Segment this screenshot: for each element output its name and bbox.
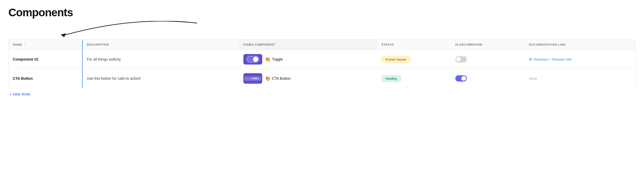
row1-doclink: ⚙ Releases / Release #69 — [525, 50, 635, 69]
row2-figma-name: 🎨 CTA Button — [265, 76, 291, 81]
release-link[interactable]: Release #69 — [552, 57, 571, 61]
label-text: LABEL — [251, 77, 259, 80]
row1-figma-cell: 🎨 Toggle — [239, 50, 377, 69]
row2-name: CTA Button — [9, 69, 82, 88]
col-header-name[interactable]: NAME ↓ — [9, 40, 82, 50]
sort-icon: ↓ — [24, 43, 26, 46]
row2-doclink: None — [525, 69, 635, 88]
row2-description: Use this button for calls-to action! — [82, 69, 239, 88]
documented-toggle-row1[interactable] — [455, 56, 467, 62]
documented-toggle-row2[interactable] — [455, 75, 467, 82]
doc-link-none: None — [529, 77, 537, 81]
row1-name: Component #2 — [9, 50, 82, 69]
add-row-button[interactable]: + ADD ROW — [8, 88, 31, 100]
row1-description: For all things switchy — [82, 50, 239, 69]
row2-figma-cell: 🚀 LABEL 🎨 CTA Button — [239, 69, 377, 88]
components-table: NAME ↓ DESCRIPTION FIGMA COMPONENT STATU… — [8, 39, 636, 88]
row2-figma-preview: 🚀 LABEL — [243, 73, 262, 84]
releases-link[interactable]: Releases — [534, 57, 548, 61]
releases-icon: ⚙ — [529, 57, 532, 61]
row2-documented[interactable] — [451, 69, 525, 88]
arrow-annotation — [8, 21, 636, 39]
col-header-doclink: DOCUMENTATION LINK — [525, 40, 635, 50]
col-header-status: STATUS — [377, 40, 451, 50]
page-title: Components — [8, 6, 636, 19]
row1-status: Known issues — [377, 50, 451, 69]
figma-logo-icon: 🎨 — [265, 57, 271, 62]
row1-figma-preview — [243, 54, 262, 65]
rocket-icon: 🚀 — [246, 77, 249, 80]
row1-figma-name: 🎨 Toggle — [265, 57, 283, 62]
col-header-figma: FIGMA COMPONENT — [239, 40, 377, 50]
col-header-documented: IS DOCUMENTED — [451, 40, 525, 50]
toggle-preview-switch — [247, 56, 259, 63]
row1-documented[interactable] — [451, 50, 525, 69]
col-header-description: DESCRIPTION — [82, 40, 239, 50]
status-badge-known-issues: Known issues — [382, 56, 410, 63]
table-row: Component #2 For all things switchy 🎨 To… — [9, 50, 635, 69]
row2-status: Healthy — [377, 69, 451, 88]
svg-marker-0 — [61, 33, 66, 37]
cta-btn-preview: 🚀 LABEL — [244, 76, 261, 81]
table-header-row: NAME ↓ DESCRIPTION FIGMA COMPONENT STATU… — [9, 40, 635, 50]
table-row: CTA Button Use this button for calls-to … — [9, 69, 635, 88]
doc-link-separator: / — [550, 57, 551, 61]
status-badge-healthy: Healthy — [382, 75, 401, 82]
figma-logo-icon: 🎨 — [265, 76, 271, 81]
